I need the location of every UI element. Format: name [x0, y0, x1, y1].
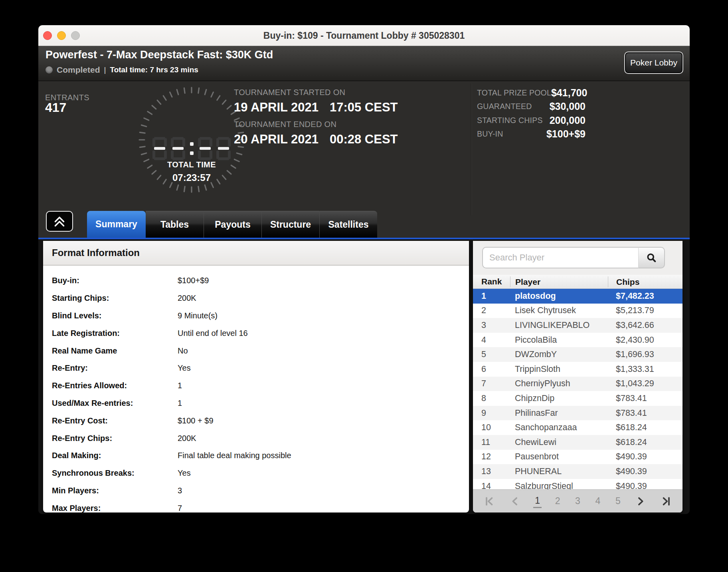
tab[interactable]: Structure	[261, 211, 319, 238]
column-header-rank[interactable]: Rank	[473, 277, 510, 286]
player-row[interactable]: 1 platosdog $7,482.23	[473, 289, 682, 304]
lobby-header: Powerfest - 7-Max Deepstack Fast: $30K G…	[38, 46, 690, 81]
player-chips: $618.24	[608, 423, 682, 433]
player-row[interactable]: 6 TrippinSloth $1,333.31	[473, 362, 682, 377]
page-number[interactable]: 3	[574, 495, 582, 507]
player-row[interactable]: 12 Pausenbrot $490.39	[473, 450, 682, 465]
player-rank: 2	[473, 306, 510, 316]
tab-label: Summary	[95, 219, 137, 230]
player-name: platosdog	[510, 291, 608, 301]
format-info-value: Yes	[178, 469, 191, 478]
page-number[interactable]: 5	[614, 495, 622, 507]
ended-date: 20 APRIL 2021	[234, 132, 318, 146]
format-info-label: Blind Levels:	[52, 311, 178, 320]
player-name: PiccolaBila	[510, 335, 608, 345]
player-chips: $618.24	[608, 437, 682, 447]
tab[interactable]: Payouts	[204, 211, 261, 238]
format-info-value: 1	[178, 381, 182, 390]
format-info-label: Min Players:	[52, 486, 178, 495]
format-info-label: Re-Entry:	[52, 363, 178, 373]
stat-label: TOTAL PRIZE POOL	[477, 88, 551, 97]
tournament-started-value: 19 APRIL 202117:05 CEST	[234, 100, 398, 115]
player-row[interactable]: 10 Sanchopanzaaa $618.24	[473, 420, 682, 435]
format-info-label: Late Registration:	[52, 329, 178, 338]
clock-digit	[171, 137, 185, 160]
tournament-started-label: TOURNAMENT STARTED ON	[234, 88, 345, 97]
player-row[interactable]: 2 Lisek Chytrusek $5,213.79	[473, 304, 682, 318]
prize-stats: TOTAL PRIZE POOL $41,700 GUARANTEED $30,…	[477, 86, 586, 141]
info-divider	[471, 83, 472, 215]
player-row[interactable]: 9 PhilinasFar $783.41	[473, 406, 682, 421]
stat-value: $30,000	[550, 101, 586, 112]
player-search-bar	[473, 241, 682, 275]
format-info-value: 9 Minute(s)	[178, 311, 218, 320]
player-row[interactable]: 4 PiccolaBila $2,430.90	[473, 333, 682, 348]
stat-value: $100+$9	[546, 128, 586, 140]
player-rank: 3	[473, 320, 510, 330]
tab[interactable]: Tables	[146, 211, 204, 238]
stat-label: BUY-IN	[477, 129, 503, 139]
started-date: 19 APRIL 2021	[234, 100, 318, 114]
format-info-value: Yes	[178, 363, 191, 373]
ended-time: 00:28 CEST	[330, 132, 398, 146]
format-info-value: $100 + $9	[178, 416, 214, 425]
player-chips: $783.41	[608, 393, 682, 403]
tab[interactable]: Satellites	[319, 211, 377, 238]
previous-page-icon[interactable]	[508, 495, 522, 508]
started-time: 17:05 CEST	[330, 100, 398, 114]
column-header-player[interactable]: Player	[510, 276, 608, 287]
clock-display	[132, 137, 251, 160]
player-row[interactable]: 13 PHUNERAL $490.39	[473, 464, 682, 479]
player-row[interactable]: 8 ChipznDip $783.41	[473, 391, 682, 406]
format-info-value: Final table deal making possible	[178, 451, 291, 460]
player-name: CherniyPlyush	[510, 379, 608, 389]
chevron-double-up-icon	[52, 214, 67, 228]
next-page-icon[interactable]	[634, 495, 647, 508]
player-rank: 9	[473, 408, 510, 418]
search-player-input[interactable]	[482, 247, 639, 268]
search-button[interactable]	[639, 247, 665, 268]
player-chips: $1,043.29	[608, 379, 682, 389]
format-info-row: Used/Max Re-entries: 1	[43, 395, 469, 412]
format-info-value: 3	[178, 486, 182, 495]
collapse-button[interactable]	[46, 211, 73, 232]
player-chips: $5,213.79	[608, 306, 682, 316]
player-chips: $3,642.66	[608, 320, 682, 330]
player-rank: 11	[473, 437, 510, 447]
player-row[interactable]: 3 LIVINGLIKEPABLO $3,642.66	[473, 318, 682, 333]
tournament-title: Powerfest - 7-Max Deepstack Fast: $30K G…	[46, 49, 273, 61]
first-page-icon[interactable]	[483, 495, 496, 508]
page-number[interactable]: 2	[554, 495, 562, 507]
column-header-chips[interactable]: Chips	[608, 276, 682, 287]
format-info-value: 1	[178, 399, 182, 408]
player-name: Lisek Chytrusek	[510, 306, 608, 316]
poker-lobby-button[interactable]: Poker Lobby	[624, 52, 683, 74]
format-info-value: No	[178, 346, 188, 356]
format-information-panel: Format Information Buy-in: $100+$9 Start…	[43, 241, 469, 512]
players-panel: Rank Player Chips 1 platosdog $7,482.23	[473, 241, 682, 512]
player-chips: $2,430.90	[608, 335, 682, 345]
page-number[interactable]: 1	[533, 495, 542, 508]
prize-stat-row: STARTING CHIPS 200,000	[477, 113, 586, 127]
tab[interactable]: Summary	[87, 211, 146, 238]
total-time-text: Total time: 7 hrs 23 mins	[110, 66, 198, 74]
player-rank: 5	[473, 350, 510, 359]
player-row[interactable]: 7 CherniyPlyush $1,043.29	[473, 377, 682, 391]
format-info-row: Blind Levels: 9 Minute(s)	[43, 307, 469, 325]
player-row[interactable]: 11 ChewiLewi $618.24	[473, 435, 682, 450]
player-row[interactable]: 5 DWZombY $1,696.93	[473, 347, 682, 362]
player-chips: $490.39	[608, 452, 682, 462]
clock-colon	[189, 137, 194, 160]
format-info-label: Re-Entries Allowed:	[52, 381, 178, 390]
player-rank: 4	[473, 335, 510, 345]
format-info-row: Real Name Game No	[43, 342, 469, 359]
stat-label: GUARANTEED	[477, 102, 532, 111]
page-number[interactable]: 4	[594, 495, 602, 507]
clock-digit	[152, 137, 167, 160]
player-rank: 6	[473, 364, 510, 374]
player-chips: $783.41	[608, 408, 682, 418]
titlebar[interactable]: Buy-in: $109 - Tournament Lobby # 305028…	[38, 25, 690, 46]
last-page-icon[interactable]	[659, 495, 673, 508]
player-chips: $490.39	[608, 467, 682, 477]
desktop-background: Buy-in: $109 - Tournament Lobby # 305028…	[0, 0, 728, 572]
